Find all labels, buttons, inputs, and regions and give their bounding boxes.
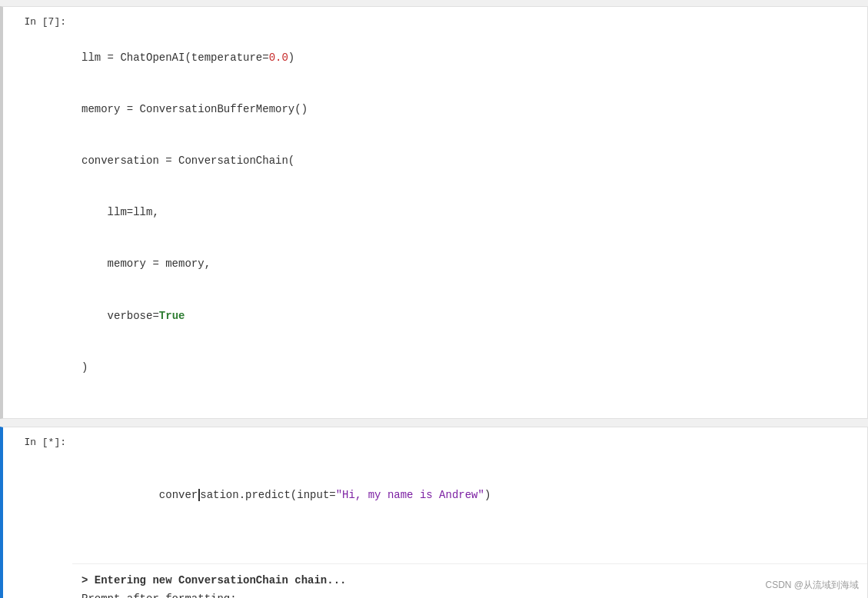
code-line-4: llm=llm, (81, 204, 858, 221)
cell-running-output: > Entering new ConversationChain chain..… (72, 564, 867, 598)
code-line-5: memory = memory, (81, 255, 858, 272)
code-line-2: memory = ConversationBufferMemory() (81, 101, 858, 118)
code-line-1: llm = ChatOpenAI(temperature=0.0) (81, 49, 858, 66)
cell-7-content[interactable]: llm = ChatOpenAI(temperature=0.0) memory… (72, 7, 867, 418)
cell-divider (0, 420, 868, 427)
output-entering-line: > Entering new ConversationChain chain..… (81, 572, 858, 590)
code-line-predict: conversation.predict(input="Hi, my name … (81, 470, 858, 521)
cell-running: In [*]: conversation.predict(input="Hi, … (0, 427, 868, 598)
code-block-7: llm = ChatOpenAI(temperature=0.0) memory… (81, 15, 858, 410)
code-line-3: conversation = ConversationChain( (81, 152, 858, 169)
cell-running-body: conversation.predict(input="Hi, my name … (72, 427, 867, 598)
watermark: CSDN @从流域到海域 (765, 579, 859, 592)
cell-running-label: In [*]: (3, 427, 72, 598)
cell-running-code[interactable]: conversation.predict(input="Hi, my name … (72, 427, 867, 564)
code-block-running: conversation.predict(input="Hi, my name … (81, 435, 858, 556)
cell-7-label: In [7]: (3, 7, 72, 418)
cell-7: In [7]: llm = ChatOpenAI(temperature=0.0… (0, 6, 868, 419)
notebook-wrapper: In [7]: llm = ChatOpenAI(temperature=0.0… (0, 0, 868, 598)
code-line-7: ) (81, 359, 858, 376)
output-prompt-line: Prompt after formatting: (81, 590, 858, 598)
code-line-6: verbose=True (81, 307, 858, 324)
